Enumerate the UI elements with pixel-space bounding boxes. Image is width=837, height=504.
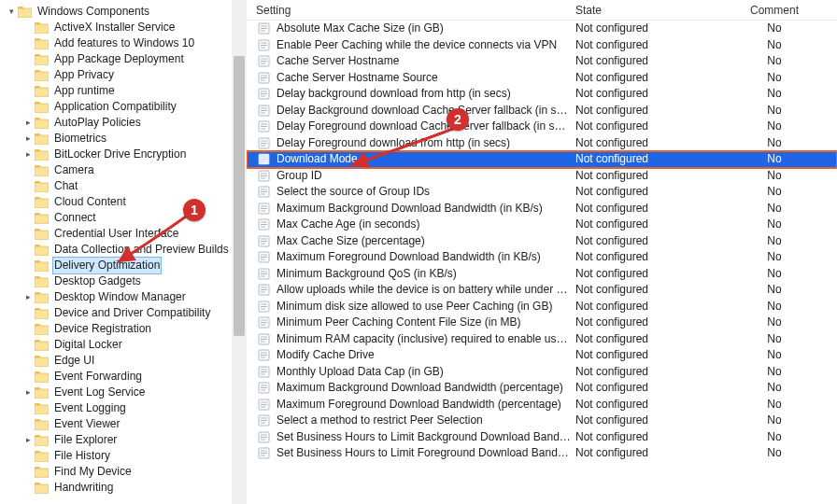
folder-icon [34,434,49,446]
policy-row[interactable]: Set Business Hours to Limit Foreground D… [247,445,837,462]
tree-item[interactable]: Handwriting [22,480,232,496]
expand-icon[interactable]: ▸ [22,385,34,400]
policy-row[interactable]: Maximum Background Download Bandwidth (i… [247,201,837,217]
tree-item[interactable]: Desktop Gadgets [22,273,232,289]
cell-setting: Select the source of Group IDs [247,184,572,201]
tree-item[interactable]: App runtime [22,83,232,99]
tree-item[interactable]: Application Compatibility [22,99,232,115]
cell-comment: No [712,21,837,37]
header-comment[interactable]: Comment [712,4,837,17]
tree-item[interactable]: ▸Biometrics [22,131,232,147]
annotation-badge-2: 2 [447,108,469,131]
policy-row[interactable]: Maximum Foreground Download Bandwidth (i… [247,249,837,266]
expand-icon[interactable]: ▸ [22,131,34,147]
collapse-icon[interactable]: ▾ [6,4,17,20]
expand-icon[interactable]: ▸ [22,289,34,305]
cell-setting: Delay background download from http (in … [247,86,572,103]
policy-row[interactable]: Minimum RAM capacity (inclusive) require… [247,331,837,348]
folder-icon [34,307,49,319]
tree-item[interactable]: Camera [22,162,232,178]
expand-icon[interactable]: ▸ [22,432,34,448]
tree-item[interactable]: Delivery Optimization [22,258,232,273]
tree-item[interactable]: Data Collection and Preview Builds [22,242,232,258]
folder-icon [34,228,49,240]
scrollbar-thumb[interactable] [234,56,245,336]
policy-row[interactable]: Monthly Upload Data Cap (in GB)Not confi… [247,364,837,381]
folder-icon [34,164,49,176]
policy-icon [256,136,271,149]
expand-icon[interactable]: ▸ [22,115,34,131]
svg-rect-1 [18,8,32,18]
policy-row[interactable]: Delay Background download Cache Server f… [247,103,837,119]
policy-row[interactable]: Cache Server Hostname SourceNot configur… [247,70,837,87]
cell-setting: Absolute Max Cache Size (in GB) [247,21,572,37]
tree-item[interactable]: Event Forwarding [22,369,232,385]
policy-row[interactable]: Cache Server HostnameNot configuredNo [247,53,837,70]
folder-icon [34,275,49,287]
header-state[interactable]: State [572,4,712,17]
tree-item[interactable]: Event Viewer [22,416,232,432]
cell-state: Not configured [572,347,712,364]
tree-item[interactable]: App Privacy [22,67,232,83]
tree-pane[interactable]: ▾ Windows Components ActiveX Installer S… [0,0,232,504]
policy-row[interactable]: Minimum disk size allowed to use Peer Ca… [247,299,837,315]
tree-item[interactable]: ▸Desktop Window Manager [22,289,232,305]
tree-item[interactable]: ActiveX Installer Service [22,20,232,35]
svg-rect-19 [35,151,49,161]
setting-text: Cache Server Hostname [277,53,399,70]
tree-children: ActiveX Installer ServiceAdd features to… [6,20,232,496]
tree-root-label: Windows Components [35,4,151,20]
policy-row[interactable]: Delay Foreground download from http (in … [247,135,837,152]
tree-item[interactable]: Digital Locker [22,337,232,353]
policy-row[interactable]: Delay Foreground download Cache Server f… [247,119,837,135]
tree-item[interactable]: ▸BitLocker Drive Encryption [22,147,232,162]
policy-row[interactable]: Absolute Max Cache Size (in GB)Not confi… [247,21,837,37]
svg-rect-11 [35,88,49,97]
policy-row[interactable]: Maximum Background Download Bandwidth (p… [247,380,837,397]
tree-item[interactable]: Event Logging [22,400,232,416]
policy-icon [256,202,271,215]
header-setting[interactable]: Setting [247,4,572,17]
policy-row[interactable]: Minimum Peer Caching Content File Size (… [247,315,837,331]
cell-state: Not configured [572,331,712,348]
policy-icon [256,186,271,199]
setting-text: Minimum Background QoS (in KB/s) [277,266,457,283]
tree-scrollbar[interactable] [232,0,247,504]
policy-row[interactable]: Modify Cache DriveNot configuredNo [247,347,837,364]
cell-state: Not configured [572,380,712,397]
expand-icon[interactable]: ▸ [22,147,34,162]
tree-item-label: Digital Locker [52,337,124,353]
policy-row[interactable]: Download ModeNot configuredNo [247,151,837,168]
tree-item[interactable]: Find My Device [22,464,232,480]
list-body[interactable]: Absolute Max Cache Size (in GB)Not confi… [247,21,837,504]
tree-item[interactable]: ▸Event Log Service [22,385,232,400]
tree-item-label: Event Logging [52,400,128,416]
tree-item[interactable]: Device and Driver Compatibility [22,305,232,321]
policy-row[interactable]: Select a method to restrict Peer Selecti… [247,413,837,429]
cell-comment: No [712,364,837,381]
policy-row[interactable]: Enable Peer Caching while the device con… [247,37,837,54]
policy-row[interactable]: Select the source of Group IDsNot config… [247,184,837,201]
svg-rect-7 [35,56,49,65]
tree-item[interactable]: File History [22,448,232,464]
policy-row[interactable]: Delay background download from http (in … [247,86,837,103]
tree-item[interactable]: Edge UI [22,353,232,369]
tree-item[interactable]: Add features to Windows 10 [22,35,232,51]
policy-icon [256,398,271,411]
tree-item[interactable]: ▸File Explorer [22,432,232,448]
policy-row[interactable]: Group IDNot configuredNo [247,168,837,185]
policy-row[interactable]: Max Cache Age (in seconds)Not configured… [247,217,837,233]
policy-row[interactable]: Allow uploads while the device is on bat… [247,282,837,299]
tree-item[interactable]: Chat [22,178,232,194]
policy-row[interactable]: Set Business Hours to Limit Background D… [247,429,837,446]
tree-item[interactable]: Credential User Interface [22,226,232,242]
tree-item[interactable]: ▸AutoPlay Policies [22,115,232,131]
policy-row[interactable]: Minimum Background QoS (in KB/s)Not conf… [247,266,837,283]
tree-item[interactable]: App Package Deployment [22,51,232,67]
tree-root-node[interactable]: ▾ Windows Components [6,4,232,20]
policy-icon [256,104,271,117]
setting-text: Absolute Max Cache Size (in GB) [277,21,444,37]
policy-row[interactable]: Max Cache Size (percentage)Not configure… [247,233,837,250]
policy-row[interactable]: Maximum Foreground Download Bandwidth (p… [247,397,837,413]
tree-item[interactable]: Device Registration [22,321,232,337]
